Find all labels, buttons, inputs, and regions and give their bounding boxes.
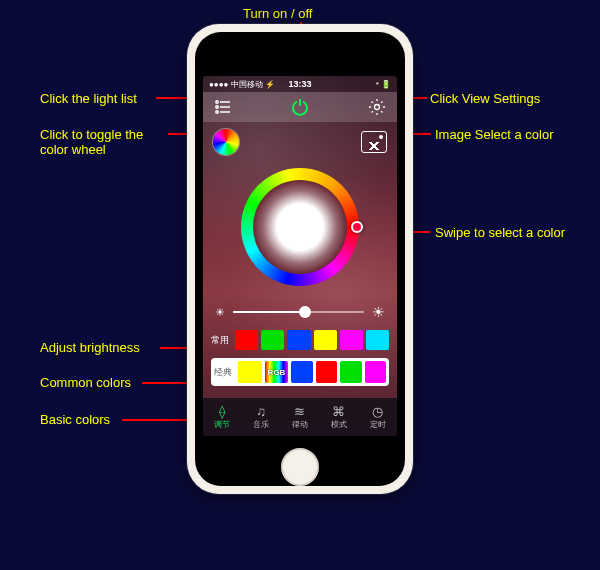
bottom-tabs: ⟠调节♫音乐≋律动⌘模式◷定时	[203, 398, 397, 436]
common-swatch[interactable]	[366, 330, 389, 350]
callout-toggle-wheel-1: Click to toggle the	[40, 127, 143, 142]
brightness-thumb[interactable]	[299, 306, 311, 318]
home-button[interactable]	[281, 448, 319, 486]
common-swatch[interactable]	[261, 330, 284, 350]
basic-swatch[interactable]	[316, 361, 337, 383]
common-swatch[interactable]	[235, 330, 258, 350]
callout-toggle-wheel-2: color wheel	[40, 142, 106, 157]
image-color-picker[interactable]	[361, 131, 387, 153]
tab-icon: ⌘	[332, 404, 346, 418]
color-wheel-handle[interactable]	[351, 221, 363, 233]
color-wheel-area	[203, 168, 397, 286]
tab-label: 定时	[370, 419, 386, 430]
power-icon	[290, 97, 310, 117]
tab-定时[interactable]: ◷定时	[358, 398, 397, 436]
common-swatch[interactable]	[287, 330, 310, 350]
svg-point-4	[216, 111, 218, 113]
callout-image-select: Image Select a color	[435, 127, 554, 142]
status-bar: ●●●● 中国移动 ⚡ 13:33 * 🔋	[203, 76, 397, 92]
tab-icon: ♫	[254, 404, 268, 418]
tab-icon: ≋	[293, 404, 307, 418]
common-swatch[interactable]	[314, 330, 337, 350]
svg-point-7	[375, 105, 380, 110]
tab-icon: ⟠	[215, 404, 229, 418]
power-button[interactable]	[289, 96, 311, 118]
callout-light-list: Click the light list	[40, 91, 137, 106]
tab-label: 模式	[331, 419, 347, 430]
light-list-button[interactable]	[213, 97, 233, 117]
top-nav	[203, 92, 397, 122]
callout-basic: Basic colors	[40, 412, 110, 427]
basic-colors-label: 经典	[214, 366, 235, 379]
status-time: 13:33	[203, 79, 397, 89]
brightness-fill	[233, 311, 305, 313]
tab-label: 音乐	[253, 419, 269, 430]
svg-point-0	[216, 101, 218, 103]
basic-swatch[interactable]	[238, 361, 262, 383]
color-wheel-toggle[interactable]	[213, 129, 239, 155]
common-colors-row: 常用	[203, 330, 397, 350]
tab-音乐[interactable]: ♫音乐	[242, 398, 281, 436]
svg-point-2	[216, 106, 218, 108]
phone-frame: ●●●● 中国移动 ⚡ 13:33 * 🔋	[187, 24, 413, 494]
brightness-high-icon: ☀	[372, 304, 385, 320]
brightness-row: ☀ ☀	[203, 304, 397, 320]
callout-settings: Click View Settings	[430, 91, 540, 106]
basic-swatch[interactable]	[291, 361, 312, 383]
callout-swipe: Swipe to select a color	[435, 225, 565, 240]
common-colors-label: 常用	[211, 334, 232, 347]
tab-模式[interactable]: ⌘模式	[319, 398, 358, 436]
app-screen: ●●●● 中国移动 ⚡ 13:33 * 🔋	[203, 76, 397, 436]
color-wheel[interactable]	[241, 168, 359, 286]
gear-icon	[368, 98, 386, 116]
brightness-slider[interactable]	[233, 311, 364, 313]
tab-label: 调节	[214, 419, 230, 430]
tab-icon: ◷	[371, 404, 385, 418]
basic-swatch[interactable]	[340, 361, 361, 383]
basic-swatch[interactable]	[365, 361, 386, 383]
phone-bezel: ●●●● 中国移动 ⚡ 13:33 * 🔋	[195, 32, 405, 486]
callout-brightness: Adjust brightness	[40, 340, 140, 355]
tab-调节[interactable]: ⟠调节	[203, 398, 242, 436]
basic-colors-row: 经典 RGB	[211, 358, 389, 386]
brightness-low-icon: ☀	[215, 306, 225, 319]
rgb-swatch[interactable]: RGB	[265, 361, 289, 383]
sub-nav	[203, 122, 397, 162]
settings-button[interactable]	[367, 97, 387, 117]
tab-律动[interactable]: ≋律动	[281, 398, 320, 436]
callout-common: Common colors	[40, 375, 131, 390]
list-icon	[214, 100, 232, 114]
tab-label: 律动	[292, 419, 308, 430]
callout-power: Turn on / off	[243, 6, 312, 21]
common-swatch[interactable]	[340, 330, 363, 350]
